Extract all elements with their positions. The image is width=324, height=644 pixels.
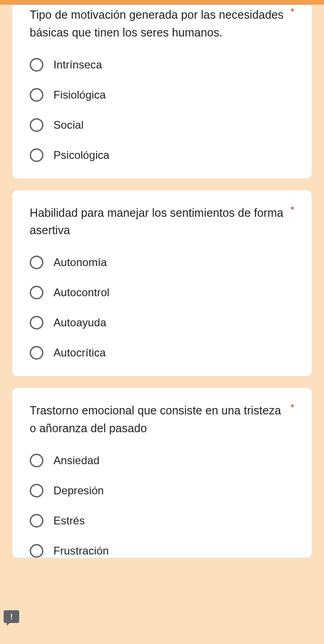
radio-icon (30, 148, 43, 162)
radio-option[interactable]: Intrínseca (30, 58, 294, 72)
top-accent-bar (0, 0, 324, 5)
required-marker: * (290, 402, 294, 414)
option-label: Depresión (53, 484, 104, 497)
radio-option[interactable]: Frustración (30, 544, 294, 558)
option-label: Autonomía (53, 256, 107, 269)
radio-icon (30, 286, 43, 299)
required-marker: * (290, 204, 294, 216)
radio-icon (30, 346, 43, 360)
question-text: Trastorno emocional que consiste en una … (30, 402, 284, 437)
radio-option[interactable]: Autocrítica (30, 346, 294, 360)
radio-icon (30, 88, 43, 102)
option-label: Frustración (53, 545, 109, 557)
options-list: Intrínseca Fisiológica Social Psicológic… (30, 58, 294, 162)
radio-icon (30, 316, 43, 330)
options-list: Autonomía Autocontrol Autoayuda Autocrít… (30, 256, 294, 360)
radio-option[interactable]: Autocontrol (30, 286, 294, 299)
question-text: Tipo de motivación generada por las nece… (30, 6, 284, 42)
option-label: Social (53, 119, 84, 131)
required-marker: * (290, 6, 294, 18)
radio-icon (30, 544, 43, 558)
radio-option[interactable]: Ansiedad (30, 454, 294, 467)
radio-icon (30, 118, 43, 132)
option-label: Intrínseca (53, 58, 102, 71)
options-list: Ansiedad Depresión Estrés Frustración (30, 454, 294, 558)
question-header: Habilidad para manejar los sentimientos … (30, 204, 294, 240)
radio-icon (30, 514, 43, 528)
radio-icon (30, 454, 43, 467)
radio-option[interactable]: Psicológica (30, 148, 294, 162)
option-label: Estrés (53, 514, 85, 527)
option-label: Autoayuda (53, 316, 106, 329)
option-label: Ansiedad (53, 454, 100, 467)
radio-option[interactable]: Autoayuda (30, 316, 294, 330)
question-text: Habilidad para manejar los sentimientos … (30, 204, 284, 240)
question-card: Habilidad para manejar los sentimientos … (12, 190, 312, 377)
radio-option[interactable]: Social (30, 118, 294, 132)
radio-icon (30, 256, 43, 269)
question-header: Tipo de motivación generada por las nece… (30, 6, 294, 42)
question-header: Trastorno emocional que consiste en una … (30, 402, 294, 437)
radio-option[interactable]: Autonomía (30, 256, 294, 269)
radio-icon (30, 484, 43, 497)
option-label: Fisiológica (53, 89, 106, 101)
radio-option[interactable]: Estrés (30, 514, 294, 528)
question-card: Tipo de motivación generada por las nece… (12, 5, 312, 179)
radio-option[interactable]: Fisiológica (30, 88, 294, 102)
option-label: Autocrítica (53, 346, 106, 359)
option-label: Psicológica (53, 149, 110, 162)
radio-icon (30, 58, 43, 72)
radio-option[interactable]: Depresión (30, 484, 294, 497)
form-container: Tipo de motivación generada por las nece… (0, 5, 324, 563)
question-card: Trastorno emocional que consiste en una … (12, 387, 312, 558)
option-label: Autocontrol (53, 286, 110, 299)
